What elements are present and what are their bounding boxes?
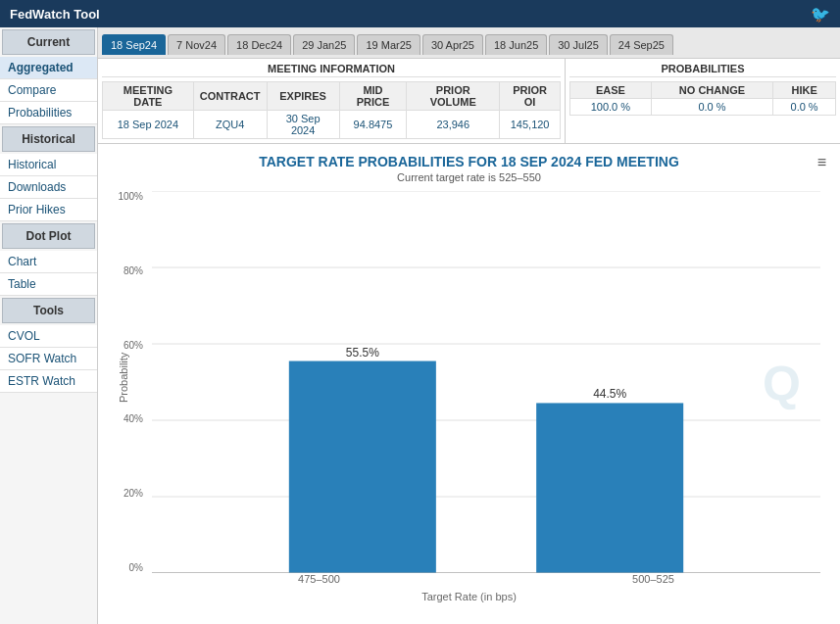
sidebar-item-downloads[interactable]: Downloads: [0, 176, 97, 199]
chart-container: Probability 0%20%40%60%80%100% 55.5%44.5…: [108, 191, 830, 602]
info-area: MEETING INFORMATION MEETING DATECONTRACT…: [98, 59, 840, 144]
x-label: 500–525: [632, 573, 674, 585]
x-label: 475–500: [298, 573, 340, 585]
sidebar-section-historical[interactable]: Historical: [2, 126, 95, 152]
tab-18-sep24[interactable]: 18 Sep24: [102, 34, 166, 55]
sidebar-item-compare[interactable]: Compare: [0, 79, 97, 102]
bar-label-500–525: 44.5%: [593, 387, 626, 401]
chart-menu-icon[interactable]: ≡: [817, 154, 826, 171]
meeting-data-row: 18 Sep 2024ZQU430 Sep 202494.847523,9461…: [103, 111, 561, 139]
tab-18-jun25[interactable]: 18 Jun25: [485, 34, 547, 55]
chart-area: TARGET RATE PROBABILITIES FOR 18 SEP 202…: [98, 144, 840, 624]
chart-subtitle: Current target rate is 525–550: [108, 171, 830, 183]
content-area: 18 Sep247 Nov2418 Dec2429 Jan2519 Mar253…: [98, 27, 840, 624]
prob-data-row: 100.0 %0.0 %0.0 %: [570, 99, 836, 116]
meeting-info-table: MEETING DATECONTRACTEXPIRESMID PRICEPRIO…: [102, 81, 561, 139]
y-label: 60%: [124, 340, 143, 351]
sidebar-section-current[interactable]: Current: [2, 29, 95, 55]
meeting-header-row: MEETING DATECONTRACTEXPIRESMID PRICEPRIO…: [103, 82, 561, 111]
bar-475–500: [289, 361, 436, 573]
prob-header-row: EASENO CHANGEHIKE: [570, 82, 836, 99]
tab-24-sep25[interactable]: 24 Sep25: [610, 34, 673, 55]
sidebar-item-cvol[interactable]: CVOL: [0, 325, 97, 348]
app-title: FedWatch Tool: [10, 7, 100, 22]
y-axis: 0%20%40%60%80%100%: [108, 191, 147, 573]
bar-label-475–500: 55.5%: [346, 346, 379, 360]
twitter-icon[interactable]: 🐦: [811, 5, 830, 24]
sidebar-item-table[interactable]: Table: [0, 273, 97, 296]
tab-30-apr25[interactable]: 30 Apr25: [422, 34, 483, 55]
x-axis: 475–500500–525: [152, 573, 820, 585]
y-label: 80%: [124, 265, 143, 276]
sidebar-item-probabilities[interactable]: Probabilities: [0, 102, 97, 124]
y-label: 0%: [129, 562, 143, 573]
sidebar-section-dot-plot[interactable]: Dot Plot: [2, 223, 95, 249]
sidebar: Current Aggregated Compare Probabilities…: [0, 27, 98, 624]
y-label: 100%: [118, 191, 143, 202]
tab-7-nov24[interactable]: 7 Nov24: [168, 34, 225, 55]
meeting-info-panel: MEETING INFORMATION MEETING DATECONTRACT…: [98, 59, 566, 143]
tab-29-jan25[interactable]: 29 Jan25: [293, 34, 355, 55]
bar-500–525: [536, 403, 683, 573]
tab-18-dec24[interactable]: 18 Dec24: [227, 34, 291, 55]
meeting-info-title: MEETING INFORMATION: [102, 63, 561, 77]
sidebar-item-prior-hikes[interactable]: Prior Hikes: [0, 199, 97, 221]
main-layout: Current Aggregated Compare Probabilities…: [0, 27, 840, 624]
chart-title: TARGET RATE PROBABILITIES FOR 18 SEP 202…: [108, 154, 830, 169]
sidebar-item-chart[interactable]: Chart: [0, 251, 97, 273]
sidebar-item-estr-watch[interactable]: ESTR Watch: [0, 370, 97, 393]
probabilities-table: EASENO CHANGEHIKE 100.0 %0.0 %0.0 %: [569, 81, 836, 116]
tab-30-jul25[interactable]: 30 Jul25: [549, 34, 608, 55]
probabilities-title: PROBABILITIES: [569, 63, 836, 77]
chart-svg: 55.5%44.5%: [152, 191, 820, 573]
y-label: 20%: [124, 488, 143, 499]
y-label: 40%: [124, 413, 143, 424]
app-header: FedWatch Tool 🐦: [0, 0, 840, 27]
sidebar-item-sofr-watch[interactable]: SOFR Watch: [0, 348, 97, 370]
probabilities-panel: PROBABILITIES EASENO CHANGEHIKE 100.0 %0…: [566, 59, 840, 143]
tab-bar: 18 Sep247 Nov2418 Dec2429 Jan2519 Mar253…: [98, 27, 840, 59]
tab-19-mar25[interactable]: 19 Mar25: [357, 34, 420, 55]
x-axis-title: Target Rate (in bps): [421, 591, 517, 602]
bar-chart: 55.5%44.5%: [152, 191, 820, 573]
sidebar-item-aggregated[interactable]: Aggregated: [0, 57, 97, 79]
sidebar-item-historical[interactable]: Historical: [0, 154, 97, 176]
sidebar-section-tools[interactable]: Tools: [2, 298, 95, 323]
